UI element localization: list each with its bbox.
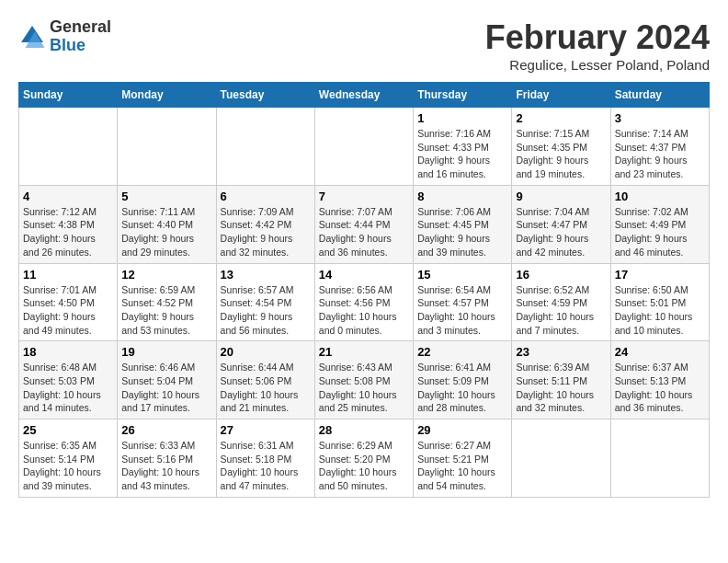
day-number: 29: [417, 423, 507, 437]
weekday-header-row: SundayMondayTuesdayWednesdayThursdayFrid…: [19, 83, 710, 108]
day-number: 23: [516, 345, 606, 359]
table-cell: 24Sunrise: 6:37 AMSunset: 5:13 PMDayligh…: [610, 341, 709, 419]
weekday-header-friday: Friday: [512, 83, 610, 108]
weekday-header-tuesday: Tuesday: [216, 83, 314, 108]
table-cell: 28Sunrise: 6:29 AMSunset: 5:20 PMDayligh…: [314, 419, 413, 498]
day-number: 2: [516, 111, 606, 125]
day-number: 17: [615, 268, 705, 282]
day-number: 25: [23, 423, 113, 437]
day-number: 21: [319, 345, 409, 359]
calendar-header: SundayMondayTuesdayWednesdayThursdayFrid…: [19, 83, 710, 108]
cell-content: Sunrise: 7:04 AMSunset: 4:47 PMDaylight:…: [516, 205, 606, 259]
weekday-header-sunday: Sunday: [19, 83, 118, 108]
cell-content: Sunrise: 6:39 AMSunset: 5:11 PMDaylight:…: [516, 361, 606, 415]
table-cell: 4Sunrise: 7:12 AMSunset: 4:38 PMDaylight…: [19, 185, 118, 263]
day-number: 5: [121, 190, 211, 203]
cell-content: Sunrise: 6:48 AMSunset: 5:03 PMDaylight:…: [23, 361, 113, 415]
table-cell: [19, 108, 118, 186]
cell-content: Sunrise: 6:43 AMSunset: 5:08 PMDaylight:…: [319, 361, 409, 415]
day-number: 9: [516, 190, 606, 203]
cell-content: Sunrise: 6:29 AMSunset: 5:20 PMDaylight:…: [319, 439, 409, 493]
table-cell: 5Sunrise: 7:11 AMSunset: 4:40 PMDaylight…: [118, 185, 216, 263]
day-number: 7: [319, 190, 409, 203]
week-row-2: 4Sunrise: 7:12 AMSunset: 4:38 PMDaylight…: [19, 185, 710, 263]
cell-content: Sunrise: 7:02 AMSunset: 4:49 PMDaylight:…: [615, 205, 705, 259]
day-number: 3: [615, 111, 705, 125]
cell-content: Sunrise: 6:52 AMSunset: 4:59 PMDaylight:…: [516, 283, 606, 338]
day-number: 8: [417, 190, 507, 203]
cell-content: Sunrise: 7:15 AMSunset: 4:35 PMDaylight:…: [516, 127, 606, 181]
day-number: 12: [121, 268, 211, 282]
day-number: 1: [417, 111, 507, 125]
cell-content: Sunrise: 6:57 AMSunset: 4:54 PMDaylight:…: [221, 283, 311, 338]
table-cell: 20Sunrise: 6:44 AMSunset: 5:06 PMDayligh…: [216, 341, 314, 419]
day-number: 19: [121, 345, 211, 359]
table-cell: 3Sunrise: 7:14 AMSunset: 4:37 PMDaylight…: [610, 108, 709, 186]
day-number: 14: [319, 268, 409, 282]
day-number: 16: [516, 268, 606, 282]
table-cell: 18Sunrise: 6:48 AMSunset: 5:03 PMDayligh…: [19, 341, 118, 419]
table-cell: 1Sunrise: 7:16 AMSunset: 4:33 PMDaylight…: [414, 108, 512, 186]
day-number: 13: [221, 268, 311, 282]
table-cell: 15Sunrise: 6:54 AMSunset: 4:57 PMDayligh…: [414, 263, 512, 341]
cell-content: Sunrise: 6:41 AMSunset: 5:09 PMDaylight:…: [417, 361, 507, 415]
cell-content: Sunrise: 7:14 AMSunset: 4:37 PMDaylight:…: [615, 127, 705, 181]
table-cell: 21Sunrise: 6:43 AMSunset: 5:08 PMDayligh…: [314, 341, 413, 419]
weekday-header-saturday: Saturday: [610, 83, 709, 108]
cell-content: Sunrise: 7:16 AMSunset: 4:33 PMDaylight:…: [417, 127, 507, 181]
week-row-5: 25Sunrise: 6:35 AMSunset: 5:14 PMDayligh…: [19, 419, 710, 498]
table-cell: 16Sunrise: 6:52 AMSunset: 4:59 PMDayligh…: [512, 263, 610, 341]
day-number: 6: [221, 190, 311, 203]
table-cell: 19Sunrise: 6:46 AMSunset: 5:04 PMDayligh…: [118, 341, 216, 419]
table-cell: 29Sunrise: 6:27 AMSunset: 5:21 PMDayligh…: [414, 419, 512, 498]
page-header: General Blue February 2024 Regulice, Les…: [18, 18, 710, 73]
cell-content: Sunrise: 6:54 AMSunset: 4:57 PMDaylight:…: [417, 283, 507, 338]
table-cell: 22Sunrise: 6:41 AMSunset: 5:09 PMDayligh…: [414, 341, 512, 419]
day-number: 4: [23, 190, 113, 203]
table-cell: 17Sunrise: 6:50 AMSunset: 5:01 PMDayligh…: [610, 263, 709, 341]
day-number: 26: [121, 423, 211, 437]
table-cell: 8Sunrise: 7:06 AMSunset: 4:45 PMDaylight…: [414, 185, 512, 263]
table-cell: 27Sunrise: 6:31 AMSunset: 5:18 PMDayligh…: [216, 419, 314, 498]
table-cell: 25Sunrise: 6:35 AMSunset: 5:14 PMDayligh…: [19, 419, 118, 498]
table-cell: 13Sunrise: 6:57 AMSunset: 4:54 PMDayligh…: [216, 263, 314, 341]
logo: General Blue: [18, 18, 111, 55]
day-number: 20: [221, 345, 311, 359]
week-row-1: 1Sunrise: 7:16 AMSunset: 4:33 PMDaylight…: [19, 108, 710, 186]
month-title: February 2024: [485, 18, 710, 57]
logo-general-text: General: [50, 18, 111, 37]
table-cell: 14Sunrise: 6:56 AMSunset: 4:56 PMDayligh…: [314, 263, 413, 341]
table-cell: 10Sunrise: 7:02 AMSunset: 4:49 PMDayligh…: [610, 185, 709, 263]
day-number: 28: [319, 423, 409, 437]
logo-blue-text: Blue: [50, 37, 111, 55]
table-cell: [314, 108, 413, 186]
location-subtitle: Regulice, Lesser Poland, Poland: [485, 57, 710, 73]
cell-content: Sunrise: 7:06 AMSunset: 4:45 PMDaylight:…: [417, 205, 507, 259]
week-row-3: 11Sunrise: 7:01 AMSunset: 4:50 PMDayligh…: [19, 263, 710, 341]
day-number: 10: [615, 190, 705, 203]
logo-icon: [18, 23, 46, 51]
day-number: 11: [23, 268, 113, 282]
table-cell: 2Sunrise: 7:15 AMSunset: 4:35 PMDaylight…: [512, 108, 610, 186]
table-cell: 26Sunrise: 6:33 AMSunset: 5:16 PMDayligh…: [118, 419, 216, 498]
table-cell: [216, 108, 314, 186]
calendar-body: 1Sunrise: 7:16 AMSunset: 4:33 PMDaylight…: [19, 108, 710, 498]
day-number: 18: [23, 345, 113, 359]
table-cell: 23Sunrise: 6:39 AMSunset: 5:11 PMDayligh…: [512, 341, 610, 419]
cell-content: Sunrise: 6:35 AMSunset: 5:14 PMDaylight:…: [23, 439, 113, 493]
cell-content: Sunrise: 7:01 AMSunset: 4:50 PMDaylight:…: [23, 283, 113, 338]
table-cell: [610, 419, 709, 498]
cell-content: Sunrise: 6:59 AMSunset: 4:52 PMDaylight:…: [121, 283, 211, 338]
cell-content: Sunrise: 6:33 AMSunset: 5:16 PMDaylight:…: [121, 439, 211, 493]
day-number: 22: [417, 345, 507, 359]
table-cell: 9Sunrise: 7:04 AMSunset: 4:47 PMDaylight…: [512, 185, 610, 263]
cell-content: Sunrise: 6:50 AMSunset: 5:01 PMDaylight:…: [615, 283, 705, 338]
calendar-table: SundayMondayTuesdayWednesdayThursdayFrid…: [18, 82, 710, 498]
cell-content: Sunrise: 6:27 AMSunset: 5:21 PMDaylight:…: [417, 439, 507, 493]
day-number: 24: [615, 345, 705, 359]
cell-content: Sunrise: 6:31 AMSunset: 5:18 PMDaylight:…: [221, 439, 311, 493]
cell-content: Sunrise: 6:37 AMSunset: 5:13 PMDaylight:…: [615, 361, 705, 415]
cell-content: Sunrise: 7:11 AMSunset: 4:40 PMDaylight:…: [121, 205, 211, 259]
table-cell: 11Sunrise: 7:01 AMSunset: 4:50 PMDayligh…: [19, 263, 118, 341]
cell-content: Sunrise: 6:46 AMSunset: 5:04 PMDaylight:…: [121, 361, 211, 415]
